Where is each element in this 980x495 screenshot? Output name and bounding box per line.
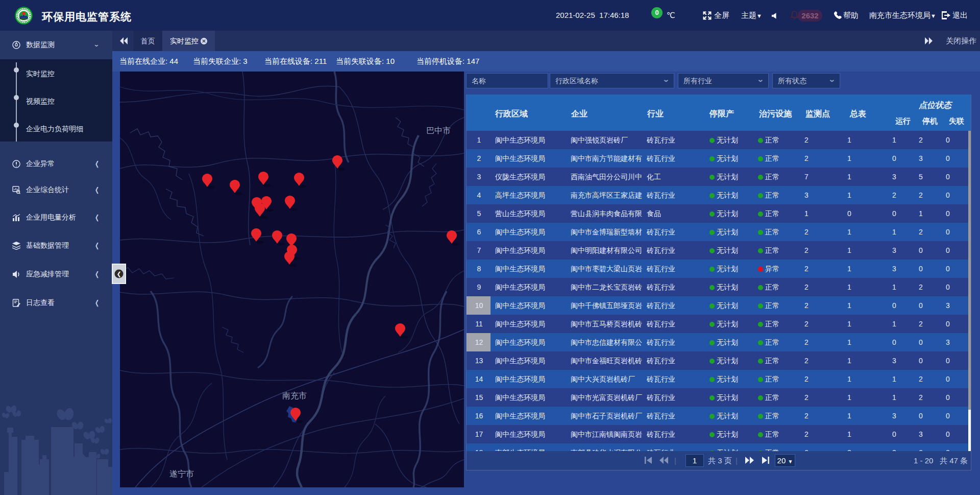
svg-text:遂宁市: 遂宁市	[169, 469, 194, 478]
svg-text:巴中市: 巴中市	[426, 126, 451, 135]
svg-text:南充市: 南充市	[282, 391, 307, 400]
